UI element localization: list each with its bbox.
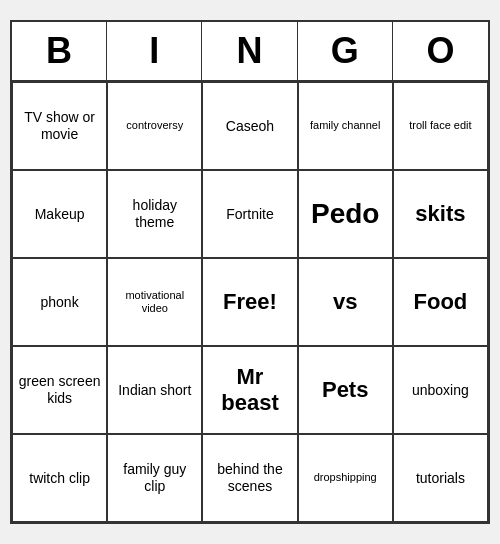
bingo-grid: TV show or moviecontroversyCaseohfamily … [12, 82, 488, 522]
bingo-cell-5: Makeup [12, 170, 107, 258]
bingo-cell-14: Food [393, 258, 488, 346]
bingo-cell-24: tutorials [393, 434, 488, 522]
bingo-cell-13: vs [298, 258, 393, 346]
bingo-cell-18: Pets [298, 346, 393, 434]
bingo-cell-2: Caseoh [202, 82, 297, 170]
bingo-letter-b: B [12, 22, 107, 80]
bingo-cell-9: skits [393, 170, 488, 258]
bingo-cell-23: dropshipping [298, 434, 393, 522]
bingo-card: BINGO TV show or moviecontroversyCaseohf… [10, 20, 490, 524]
bingo-cell-12: Free! [202, 258, 297, 346]
bingo-cell-11: motivational video [107, 258, 202, 346]
bingo-letter-n: N [202, 22, 297, 80]
bingo-cell-19: unboxing [393, 346, 488, 434]
bingo-cell-4: troll face edit [393, 82, 488, 170]
bingo-letter-g: G [298, 22, 393, 80]
bingo-cell-15: green screen kids [12, 346, 107, 434]
bingo-cell-16: Indian short [107, 346, 202, 434]
bingo-cell-8: Pedo [298, 170, 393, 258]
bingo-cell-6: holiday theme [107, 170, 202, 258]
bingo-cell-7: Fortnite [202, 170, 297, 258]
bingo-header: BINGO [12, 22, 488, 82]
bingo-cell-20: twitch clip [12, 434, 107, 522]
bingo-cell-17: Mr beast [202, 346, 297, 434]
bingo-cell-21: family guy clip [107, 434, 202, 522]
bingo-cell-10: phonk [12, 258, 107, 346]
bingo-letter-i: I [107, 22, 202, 80]
bingo-cell-3: family channel [298, 82, 393, 170]
bingo-letter-o: O [393, 22, 488, 80]
bingo-cell-22: behind the scenes [202, 434, 297, 522]
bingo-cell-1: controversy [107, 82, 202, 170]
bingo-cell-0: TV show or movie [12, 82, 107, 170]
